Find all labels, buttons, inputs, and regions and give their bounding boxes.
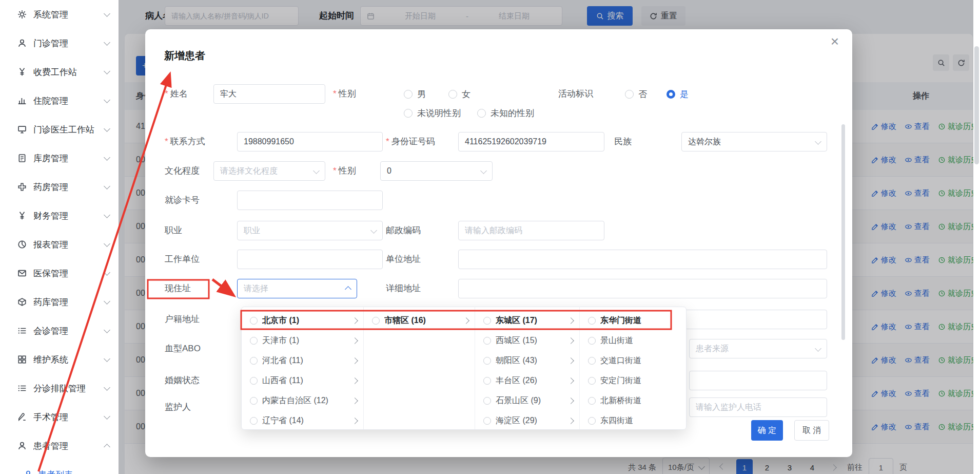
- cascader-option-neimenggu[interactable]: 内蒙古自治区 (12): [242, 391, 363, 411]
- sidebar-item-inpatient-mgmt[interactable]: 住院管理: [0, 86, 119, 115]
- cascader-option-fengtai[interactable]: 丰台区 (26): [475, 371, 579, 391]
- sidebar-item-consultation-mgmt[interactable]: 会诊管理: [0, 316, 119, 345]
- cascader-option-shanxi[interactable]: 山西省 (11): [242, 371, 363, 391]
- occupation-select[interactable]: 职业: [237, 221, 383, 240]
- sidebar-item-surgery-mgmt[interactable]: 手术管理: [0, 403, 119, 431]
- cascader-option-liaoning[interactable]: 辽宁省 (14): [242, 411, 363, 429]
- patient-source-select[interactable]: 患者来源: [689, 339, 827, 358]
- modal-scrollbar-thumb[interactable]: [841, 124, 845, 340]
- sidebar-item-insurance-mgmt[interactable]: 医保管理: [0, 259, 119, 288]
- sidebar-item-maintenance[interactable]: 维护系统: [0, 345, 119, 374]
- active-flag-radio-yes[interactable]: 是: [667, 84, 689, 104]
- sidebar-item-doctor-workstation[interactable]: 门诊医生工作站: [0, 115, 119, 144]
- radio-circle-icon: [588, 317, 596, 325]
- marital-row-input[interactable]: [689, 371, 827, 390]
- close-icon[interactable]: ×: [831, 34, 839, 49]
- chevron-down-icon: [313, 167, 320, 174]
- cancel-button[interactable]: 取 消: [794, 420, 829, 441]
- name-input[interactable]: [213, 84, 325, 104]
- radio-circle-icon: [250, 337, 258, 345]
- sidebar-item-finance-mgmt[interactable]: 财务管理: [0, 201, 119, 230]
- work-unit-input[interactable]: [237, 250, 383, 269]
- occupation-label: 职业: [165, 221, 182, 240]
- cascader-option-donghuamen[interactable]: 东华门街道: [580, 311, 686, 331]
- sidebar-subitem-patient-list[interactable]: 患者列表: [0, 460, 119, 474]
- sidebar-item-label: 分诊排队管理: [33, 383, 98, 394]
- report-pie-icon: [17, 240, 27, 249]
- cascader-option-shixiaqu[interactable]: 市辖区 (16): [364, 311, 475, 331]
- sidebar-item-label: 库房管理: [33, 153, 98, 164]
- cascader-option-haidian[interactable]: 海淀区 (29): [475, 411, 579, 429]
- sidebar-item-pharmacy-mgmt[interactable]: 药房管理: [0, 173, 119, 201]
- sidebar-item-label: 财务管理: [33, 210, 98, 222]
- gender-radio-unstated[interactable]: 未说明性别: [404, 103, 461, 123]
- radio-circle-icon: [250, 417, 258, 425]
- sidebar-item-label: 药房管理: [33, 181, 98, 193]
- cascader-option-jingshan[interactable]: 景山街道: [580, 331, 686, 351]
- sidebar-item-patient-mgmt[interactable]: 患者管理: [0, 431, 119, 460]
- chevron-down-icon: [370, 227, 377, 234]
- card-no-label: 就诊卡号: [165, 191, 200, 210]
- cascader-city-column: 市辖区 (16): [364, 307, 475, 429]
- postal-code-input[interactable]: [458, 221, 604, 240]
- cascader-option-jiaodaokou[interactable]: 交道口街道: [580, 351, 686, 371]
- cascader-option-hebei[interactable]: 河北省 (11): [242, 351, 363, 371]
- chevron-down-icon: [104, 212, 110, 218]
- sidebar-item-warehouse-mgmt[interactable]: 库房管理: [0, 144, 119, 173]
- card-no-input[interactable]: [237, 191, 383, 210]
- chevron-down-icon: [104, 39, 110, 46]
- chevron-down-icon: [480, 167, 487, 174]
- chevron-down-icon: [104, 327, 110, 333]
- page-scrollbar[interactable]: [973, 0, 980, 474]
- active-flag-radio-no[interactable]: 否: [625, 84, 647, 104]
- chevron-down-icon: [104, 384, 110, 391]
- chevron-right-icon: [567, 418, 574, 424]
- radio-selected-icon: [667, 90, 675, 99]
- sidebar-item-triage-queue[interactable]: 分诊排队管理: [0, 374, 119, 403]
- sidebar-item-fee-station[interactable]: 收费工作站: [0, 58, 119, 86]
- gear-icon: [17, 10, 27, 19]
- cascader-option-dongsi[interactable]: 东四街道: [580, 411, 686, 429]
- detail-address-input[interactable]: [458, 279, 827, 298]
- sidebar-item-system-mgmt[interactable]: 系统管理: [0, 0, 119, 29]
- gender-radio-unknown[interactable]: 未知的性别: [477, 103, 534, 123]
- sidebar-item-drug-storage-mgmt[interactable]: 药库管理: [0, 288, 119, 316]
- radio-circle-icon: [483, 397, 491, 405]
- radio-circle-icon: [250, 377, 258, 385]
- work-unit-label: 工作单位: [165, 250, 200, 269]
- cascader-option-shijingshan[interactable]: 石景山区 (9): [475, 391, 579, 411]
- contact-input[interactable]: [237, 132, 383, 151]
- guardian-phone-input[interactable]: [689, 397, 827, 417]
- cascader-option-andingmen[interactable]: 安定门街道: [580, 371, 686, 391]
- cascader-option-xicheng[interactable]: 西城区 (15): [475, 331, 579, 351]
- sidebar-item-label: 维护系统: [33, 354, 98, 366]
- cascader-option-chaoyang[interactable]: 朝阳区 (43): [475, 351, 579, 371]
- radio-circle-icon: [588, 357, 596, 365]
- gender-radio-female[interactable]: 女: [448, 84, 471, 104]
- sidebar-item-outpatient-mgmt[interactable]: 门诊管理: [0, 29, 119, 58]
- sidebar-item-label: 医保管理: [33, 268, 98, 279]
- chevron-right-icon: [567, 397, 574, 404]
- radio-circle-icon: [404, 90, 413, 99]
- scrollbar-thumb[interactable]: [974, 46, 979, 164]
- name-label: *姓名: [165, 84, 188, 104]
- chevron-right-icon: [351, 377, 358, 384]
- cascader-option-dongcheng[interactable]: 东城区 (17): [475, 311, 579, 331]
- education-select[interactable]: 请选择文化程度: [213, 161, 325, 181]
- id-number-input[interactable]: [458, 132, 604, 151]
- current-address-select[interactable]: 请选择: [237, 279, 357, 298]
- gender2-select[interactable]: 0: [380, 161, 493, 181]
- gender-radio-male[interactable]: 男: [404, 84, 426, 104]
- radio-circle-icon: [588, 397, 596, 405]
- chevron-up-icon: [345, 286, 351, 293]
- chevron-right-icon: [351, 357, 358, 364]
- ethnicity-select[interactable]: 达斡尔族: [681, 132, 827, 151]
- radio-circle-icon: [483, 337, 491, 345]
- unit-address-input[interactable]: [458, 250, 827, 269]
- cascader-option-beijing[interactable]: 北京市 (1): [242, 311, 363, 331]
- cascader-option-tianjin[interactable]: 天津市 (1): [242, 331, 363, 351]
- sidebar-item-report-mgmt[interactable]: 报表管理: [0, 230, 119, 259]
- cascader-option-beixinqiao[interactable]: 北新桥街道: [580, 391, 686, 411]
- sidebar-item-label: 门诊医生工作站: [33, 124, 98, 136]
- confirm-button[interactable]: 确 定: [751, 420, 783, 441]
